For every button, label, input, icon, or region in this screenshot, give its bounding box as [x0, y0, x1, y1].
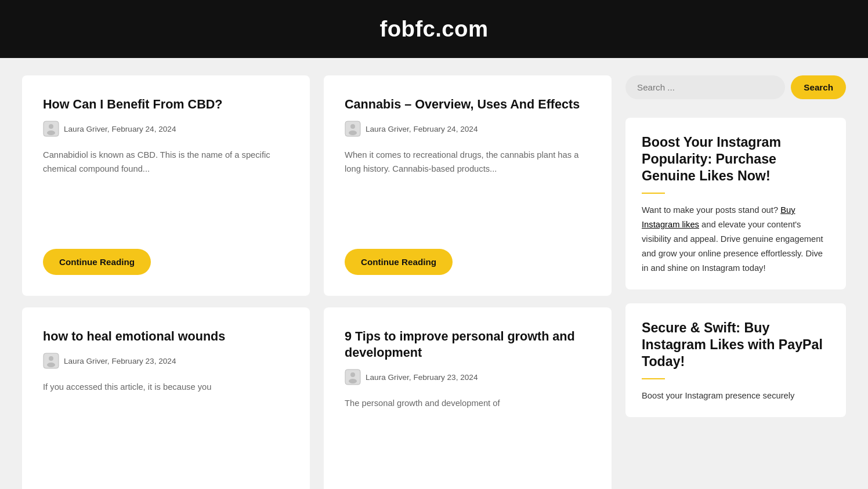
sidebar-section-paypal: Secure & Swift: Buy Instagram Likes with…: [625, 303, 846, 417]
site-header: fobfc.com: [0, 0, 868, 58]
svg-point-4: [49, 356, 53, 361]
sidebar-divider-1: [642, 193, 665, 194]
article-excerpt-personal-growth: The personal growth and development of: [345, 397, 591, 489]
author-avatar-icon-personal-growth: [345, 369, 361, 385]
article-author-date-emotional: Laura Griver, February 23, 2024: [64, 357, 176, 365]
article-meta-emotional: Laura Griver, February 23, 2024: [43, 353, 289, 369]
svg-point-8: [349, 131, 357, 135]
article-title-emotional: how to heal emotional wounds: [43, 328, 289, 345]
article-excerpt-cbd: Cannabidiol is known as CBD. This is the…: [43, 148, 289, 230]
site-title: fobfc.com: [0, 16, 868, 42]
sidebar-divider-2: [642, 378, 665, 379]
article-title-cannabis: Cannabis – Overview, Uses And Effects: [345, 96, 591, 113]
article-card-cannabis: Cannabis – Overview, Uses And Effects La…: [324, 75, 612, 296]
article-author-date-cannabis: Laura Griver, February 24, 2024: [366, 125, 478, 133]
article-author-date-cbd: Laura Griver, February 24, 2024: [64, 125, 176, 133]
svg-point-5: [47, 363, 55, 367]
author-avatar-icon-emotional: [43, 353, 59, 369]
article-card-cbd: How Can I Benefit From CBD? Laura Griver…: [22, 75, 310, 296]
sidebar-section-title-instagram-likes: Boost Your Instagram Popularity: Purchas…: [642, 134, 830, 184]
article-meta-cbd: Laura Griver, February 24, 2024: [43, 121, 289, 137]
author-avatar-icon-cbd: [43, 121, 59, 137]
article-title-personal-growth: 9 Tips to improve personal growth and de…: [345, 328, 591, 361]
search-button[interactable]: Search: [791, 75, 846, 99]
svg-point-11: [349, 379, 357, 383]
search-input[interactable]: [625, 75, 785, 99]
continue-reading-button-cbd[interactable]: Continue Reading: [43, 249, 151, 275]
sidebar-section-instagram-likes: Boost Your Instagram Popularity: Purchas…: [625, 118, 846, 289]
svg-point-1: [49, 124, 53, 129]
sidebar-text-instagram-likes: Want to make your posts stand out? Buy I…: [642, 203, 830, 276]
main-content: How Can I Benefit From CBD? Laura Griver…: [10, 58, 858, 489]
svg-point-2: [47, 131, 55, 135]
search-bar: Search: [625, 75, 846, 99]
center-column: Cannabis – Overview, Uses And Effects La…: [324, 75, 612, 489]
article-meta-cannabis: Laura Griver, February 24, 2024: [345, 121, 591, 137]
article-excerpt-emotional: If you accessed this article, it is beca…: [43, 381, 289, 489]
article-excerpt-cannabis: When it comes to recreational drugs, the…: [345, 148, 591, 230]
article-card-emotional: how to heal emotional wounds Laura Grive…: [22, 307, 310, 489]
svg-point-7: [350, 124, 355, 129]
article-author-date-personal-growth: Laura Griver, February 23, 2024: [366, 373, 478, 382]
sidebar-text-paypal: Boost your Instagram presence securely: [642, 389, 830, 403]
sidebar-section-title-paypal: Secure & Swift: Buy Instagram Likes with…: [642, 320, 830, 370]
sidebar: Search Boost Your Instagram Popularity: …: [625, 75, 846, 489]
continue-reading-button-cannabis[interactable]: Continue Reading: [345, 249, 453, 275]
article-card-personal-growth: 9 Tips to improve personal growth and de…: [324, 307, 612, 489]
article-title-cbd: How Can I Benefit From CBD?: [43, 96, 289, 113]
left-column: How Can I Benefit From CBD? Laura Griver…: [22, 75, 310, 489]
article-meta-personal-growth: Laura Griver, February 23, 2024: [345, 369, 591, 385]
svg-point-10: [350, 372, 355, 377]
author-avatar-icon-cannabis: [345, 121, 361, 137]
